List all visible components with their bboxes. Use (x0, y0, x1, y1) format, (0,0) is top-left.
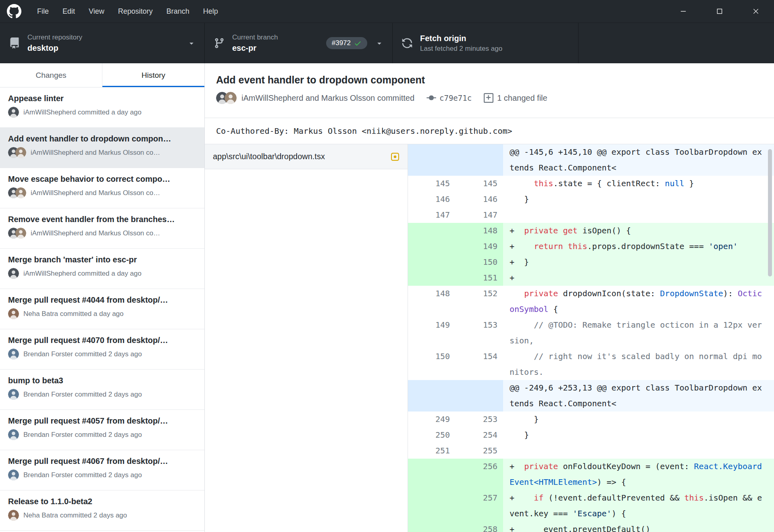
diff-scrollbar-thumb[interactable] (768, 149, 772, 276)
commit-byline: Brendan Forster committed 2 days ago (23, 391, 142, 399)
old-line-number (408, 254, 456, 270)
file-path: app\src\ui\toolbar\dropdown.tsx (213, 152, 386, 161)
commit-list-item[interactable]: Merge branch 'master' into esc-priAmWill… (0, 249, 204, 289)
code-line: + if (!event.defaultPrevented && this.is… (503, 490, 774, 522)
menu-item-view[interactable]: View (82, 0, 111, 23)
commit-list-item[interactable]: Merge pull request #4057 from desktop/…B… (0, 410, 204, 450)
code-line: this.state = { clientRect: null } (503, 176, 774, 191)
new-line-number: 151 (456, 270, 503, 286)
code-line: } (503, 427, 774, 443)
new-line-number: 149 (456, 239, 503, 254)
tab-changes[interactable]: Changes (0, 63, 102, 87)
menu-item-repository[interactable]: Repository (111, 0, 160, 23)
menu-item-edit[interactable]: Edit (56, 0, 82, 23)
old-line-number: 251 (408, 443, 456, 459)
fetch-subtitle: Last fetched 2 minutes ago (420, 44, 502, 53)
diff-row: 150154 // right now it's scaled badly on… (408, 349, 774, 380)
new-line-number: 257 (456, 490, 503, 522)
commit-list-item[interactable]: Merge pull request #4067 from desktop/…B… (0, 450, 204, 490)
git-commit-icon (427, 93, 436, 103)
commit-title: Merge pull request #4070 from desktop/… (8, 336, 196, 345)
code-line: + } (503, 254, 774, 270)
close-button[interactable] (738, 0, 774, 23)
avatar (8, 470, 19, 480)
commit-byline: iAmWillShepherd and Markus Olsson co… (31, 149, 160, 157)
new-line-number: 254 (456, 427, 503, 443)
code-line: @@ -249,6 +253,13 @@ export class Toolba… (503, 380, 774, 411)
check-icon (354, 39, 362, 47)
menu-item-file[interactable]: File (30, 0, 56, 23)
diff-row: 249253 } (408, 411, 774, 427)
code-line: private dropdownIcon(state: DropdownStat… (503, 286, 774, 317)
old-line-number (408, 239, 456, 254)
menu-item-help[interactable]: Help (196, 0, 225, 23)
old-line-number (408, 459, 456, 490)
code-line (503, 207, 774, 223)
repo-icon (9, 37, 20, 49)
github-logo-icon (7, 4, 21, 19)
diff-content: app\src\ui\toolbar\dropdown.tsx @@ -145,… (205, 144, 774, 532)
code-line: } (503, 411, 774, 427)
new-line-number: 150 (456, 254, 503, 270)
minimize-button[interactable] (665, 0, 701, 23)
commit-list-item[interactable]: Merge pull request #4070 from desktop/…B… (0, 329, 204, 370)
avatar-group (8, 187, 26, 198)
commit-avatars (216, 92, 237, 104)
old-line-number: 249 (408, 411, 456, 427)
commit-list-item[interactable]: Move escape behavior to correct compo…iA… (0, 168, 204, 208)
commit-byline: Neha Batra committed 2 days ago (23, 511, 127, 520)
fetch-origin-button[interactable]: Fetch origin Last fetched 2 minutes ago (393, 23, 578, 63)
new-line-number: 148 (456, 223, 503, 239)
new-line-number (456, 380, 503, 411)
avatar (8, 107, 19, 118)
diff-view[interactable]: @@ -145,6 +145,10 @@ export class Toolba… (408, 144, 774, 532)
commit-meta: Brendan Forster committed 2 days ago (8, 389, 196, 400)
commit-sha: c79e71c (439, 94, 472, 102)
old-line-number (408, 522, 456, 532)
commit-title: Merge branch 'master' into esc-pr (8, 255, 196, 264)
old-line-number: 146 (408, 191, 456, 207)
close-icon (752, 8, 759, 15)
old-line-number (408, 490, 456, 522)
sidebar: ChangesHistory Appease linteriAmWillShep… (0, 63, 205, 532)
avatar (15, 147, 26, 158)
repository-picker-label: Current repository (27, 33, 82, 42)
commit-list-item[interactable]: Merge pull request #4044 from desktop/…N… (0, 289, 204, 329)
commit-description: Co-Authored-By: Markus Olsson <niik@user… (205, 118, 774, 144)
commit-list-item[interactable]: Add event handler to dropdown compon…iAm… (0, 128, 204, 168)
diff-row: 256+ private onFoldoutKeyDown = (event: … (408, 459, 774, 490)
old-line-number (408, 144, 456, 176)
old-line-number: 250 (408, 427, 456, 443)
sync-icon (402, 37, 413, 49)
chevron-down-icon (187, 39, 196, 47)
menu-item-branch[interactable]: Branch (160, 0, 196, 23)
old-line-number: 145 (408, 176, 456, 191)
branch-picker[interactable]: Current branch esc-pr #3972 (205, 23, 393, 63)
avatar (8, 389, 19, 400)
diff-row: 151+ (408, 270, 774, 286)
repository-picker[interactable]: Current repository desktop (0, 23, 205, 63)
tab-history[interactable]: History (102, 63, 204, 87)
avatar (8, 268, 19, 279)
avatar-group (8, 470, 19, 480)
new-line-number: 256 (456, 459, 503, 490)
avatar-group (8, 510, 19, 521)
commit-meta: iAmWillShepherd committed a day ago (8, 107, 196, 118)
old-line-number: 150 (408, 349, 456, 380)
commit-list-item[interactable]: Remove event handler from the branches…i… (0, 208, 204, 249)
file-list-item[interactable]: app\src\ui\toolbar\dropdown.tsx (205, 144, 408, 169)
commit-byline: iAmWillShepherd committed a day ago (23, 270, 141, 278)
old-line-number (408, 223, 456, 239)
app-window: FileEditViewRepositoryBranchHelp Current… (0, 0, 774, 532)
code-line (503, 443, 774, 459)
commit-title: Merge pull request #4044 from desktop/… (8, 295, 196, 305)
commit-list-item[interactable]: Release to 1.1.0-beta2Neha Batra committ… (0, 490, 204, 531)
commit-meta: iAmWillShepherd and Markus Olsson co… (8, 147, 196, 158)
commit-list-item[interactable]: Appease linteriAmWillShepherd committed … (0, 87, 204, 128)
chevron-down-icon (375, 39, 383, 47)
commit-list-item[interactable]: bump to beta3Brendan Forster committed 2… (0, 370, 204, 410)
maximize-button[interactable] (701, 0, 738, 23)
commit-title: Remove event handler from the branches… (8, 215, 196, 224)
old-line-number: 149 (408, 317, 456, 349)
branch-picker-label: Current branch (232, 33, 278, 42)
